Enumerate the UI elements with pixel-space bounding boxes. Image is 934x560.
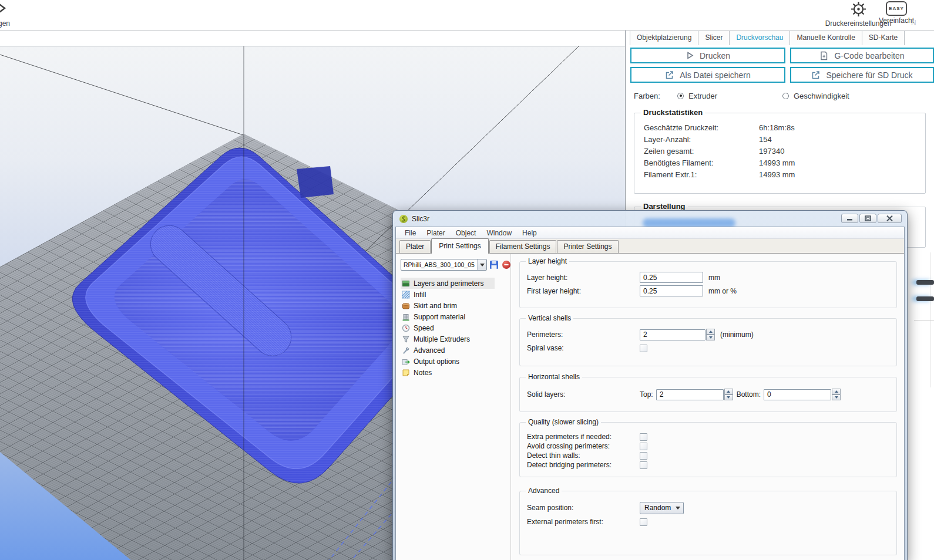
first-layer-height-input[interactable] <box>640 285 703 296</box>
chevron-right-icon[interactable] <box>0 2 9 15</box>
radio-extruder[interactable] <box>677 93 684 99</box>
stat-value: 14993 mm <box>759 170 795 179</box>
solid-bottom-input[interactable] <box>764 389 831 400</box>
tree-item-infill[interactable]: Infill <box>401 289 510 300</box>
seam-position-dropdown[interactable]: Random <box>640 502 684 514</box>
minimize-icon <box>847 216 853 221</box>
group-title: Quality (slower slicing) <box>526 418 601 426</box>
radio-geschwindigkeit[interactable] <box>782 93 789 99</box>
tree-label: Output options <box>414 357 459 366</box>
horizontal-shells-group: Horizontal shells Solid layers: Top: Bot… <box>519 377 897 412</box>
tab-slicer[interactable]: Slicer <box>698 31 730 45</box>
spin-down[interactable] <box>724 394 733 400</box>
tab-printer-settings[interactable]: Printer Settings <box>557 240 618 253</box>
tree-item-speed[interactable]: Speed <box>401 322 510 333</box>
tab-sd-karte[interactable]: SD-Karte <box>862 31 905 45</box>
external-perimeters-checkbox[interactable] <box>640 518 647 526</box>
window-controls <box>841 214 902 223</box>
infill-icon <box>402 291 410 299</box>
save-sd-label: Speichere für SD Druck <box>826 70 912 80</box>
menu-object[interactable]: Object <box>451 229 482 237</box>
object-rim-notch <box>297 166 334 198</box>
layer-height-input[interactable] <box>640 272 703 283</box>
tree-label: Layers and perimeters <box>414 279 483 288</box>
spiral-vase-checkbox[interactable] <box>640 345 647 352</box>
tree-item-output-options[interactable]: Output options <box>401 356 510 367</box>
skirt-icon <box>402 302 410 310</box>
menu-file[interactable]: File <box>399 229 421 237</box>
solid-bottom-spinner[interactable] <box>832 389 841 400</box>
slic3r-window: Slic3r File Plater Object Window Help Pl… <box>392 210 908 560</box>
stat-row: Zeilen gesamt: 197340 <box>644 145 925 157</box>
bottom-label: Bottom: <box>737 390 761 399</box>
wrench-icon <box>402 346 410 355</box>
detect-bridging-checkbox[interactable] <box>640 461 647 469</box>
tree-item-multiple-extruders[interactable]: Multiple Extruders <box>401 333 510 345</box>
menu-help[interactable]: Help <box>517 229 542 237</box>
spin-up[interactable] <box>832 389 841 394</box>
settings-tree: Layers and perimeters Infill Skirt and b… <box>401 278 510 378</box>
detect-bridging-label: Detect bridging perimeters: <box>527 461 640 469</box>
chevron-down-icon <box>477 259 486 270</box>
perimeters-spinner[interactable] <box>706 329 715 340</box>
print-button-label: Drucken <box>700 51 730 60</box>
window-content: File Plater Object Window Help Plater Pr… <box>395 227 905 560</box>
save-sd-button[interactable]: Speichere für SD Druck <box>790 67 934 83</box>
avoid-crossing-checkbox[interactable] <box>640 443 647 450</box>
extra-perimeters-checkbox[interactable] <box>640 433 647 441</box>
minimize-button[interactable] <box>841 214 858 223</box>
tree-item-notes[interactable]: Notes <box>401 367 510 378</box>
tree-item-layers-and-perimeters[interactable]: Layers and perimeters <box>401 278 495 289</box>
tab-manuelle-kontrolle[interactable]: Manuelle Kontrolle <box>790 31 862 45</box>
remove-preset-icon[interactable] <box>502 260 510 269</box>
slider-handle[interactable] <box>916 296 934 301</box>
edit-gcode-label: G-Code bearbeiten <box>834 51 904 60</box>
edit-gcode-button[interactable]: G-Code bearbeiten <box>790 48 934 63</box>
stat-label: Benötigtes Filament: <box>644 158 759 167</box>
menu-bar: File Plater Object Window Help <box>396 227 904 239</box>
radio-extruder-label: Extruder <box>688 92 782 100</box>
solid-top-spinner[interactable] <box>724 389 733 400</box>
solid-layers-label: Solid layers: <box>527 390 640 399</box>
tab-filament-settings[interactable]: Filament Settings <box>489 240 557 253</box>
floppy-save-icon[interactable] <box>489 260 499 270</box>
output-icon <box>402 357 410 366</box>
maximize-button[interactable] <box>859 214 876 223</box>
close-button[interactable] <box>878 214 902 223</box>
stat-value: 197340 <box>759 147 784 156</box>
solid-top-input[interactable] <box>656 389 724 400</box>
toolbar-partial-label: gen <box>0 19 10 28</box>
extruders-icon <box>402 335 410 343</box>
perimeters-input[interactable] <box>640 329 705 340</box>
preset-dropdown[interactable]: RPhilli_ABS_300_100_05 <box>401 259 487 271</box>
tree-item-skirt-and-brim[interactable]: Skirt and brim <box>401 300 510 311</box>
settings-tab-strip: Plater Print Settings Filament Settings … <box>396 239 904 254</box>
menu-plater[interactable]: Plater <box>421 229 450 237</box>
group-title: Layer height <box>526 257 569 265</box>
stat-row: Geschätzte Druckzeit: 6h:18m:8s <box>644 122 925 133</box>
tree-item-advanced[interactable]: Advanced <box>401 345 510 356</box>
layers-icon <box>402 279 410 288</box>
slider-handle[interactable] <box>916 280 934 285</box>
play-icon <box>686 51 694 60</box>
first-layer-height-unit: mm or % <box>708 287 737 295</box>
detect-thin-walls-checkbox[interactable] <box>640 452 647 460</box>
print-statistics-group: Druckstatistiken Geschätzte Druckzeit: 6… <box>634 113 926 194</box>
easy-mode-label: Vereinfacht <box>876 16 916 25</box>
tab-objektplatzierung[interactable]: Objektplatzierung <box>630 31 698 45</box>
tab-plater[interactable]: Plater <box>399 240 431 253</box>
spin-down[interactable] <box>832 394 841 400</box>
easy-mode-button[interactable]: EASY Vereinfacht <box>876 1 916 25</box>
perimeters-label: Perimeters: <box>527 330 640 339</box>
spin-up[interactable] <box>706 329 715 335</box>
spin-up[interactable] <box>724 389 733 394</box>
tab-print-settings[interactable]: Print Settings <box>431 238 488 254</box>
print-button[interactable]: Drucken <box>630 48 785 63</box>
menu-window[interactable]: Window <box>481 229 517 237</box>
save-file-button[interactable]: Als Datei speichern <box>630 67 785 83</box>
export-icon <box>811 70 821 80</box>
tree-item-support-material[interactable]: Support material <box>401 311 510 322</box>
avoid-crossing-label: Avoid crossing perimeters: <box>527 442 640 450</box>
spin-down[interactable] <box>706 335 715 340</box>
tab-druckvorschau[interactable]: Druckvorschau <box>730 31 790 45</box>
